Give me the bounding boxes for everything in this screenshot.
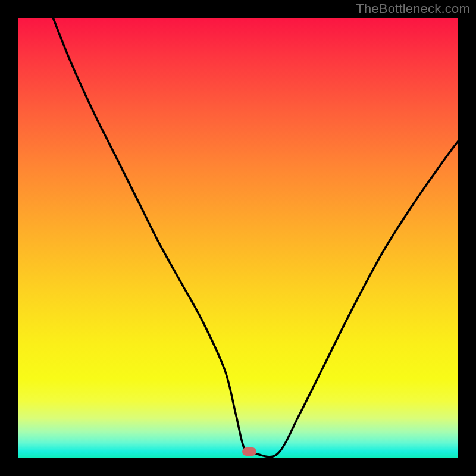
bottleneck-curve [18, 18, 458, 458]
optimal-marker [242, 447, 256, 456]
watermark-text: TheBottleneck.com [356, 1, 470, 17]
chart-frame: TheBottleneck.com [0, 0, 476, 476]
plot-area [18, 18, 458, 458]
